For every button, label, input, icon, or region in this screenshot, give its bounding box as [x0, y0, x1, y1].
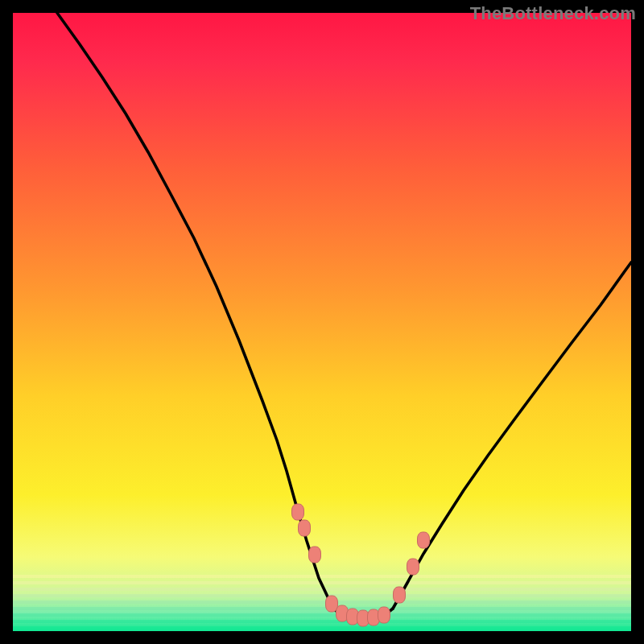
svg-rect-7 [13, 620, 631, 623]
bead [326, 596, 338, 612]
svg-rect-3 [13, 594, 631, 597]
bead [378, 607, 390, 623]
svg-rect-4 [13, 601, 631, 604]
svg-rect-0 [13, 575, 631, 578]
image-root: TheBottleneck.com [0, 0, 644, 644]
gradient-canvas [0, 0, 644, 644]
gradient-rect [13, 13, 631, 631]
bead [299, 520, 311, 536]
bead [407, 559, 419, 575]
bead [418, 532, 430, 548]
bead [292, 504, 304, 520]
svg-rect-5 [13, 607, 631, 610]
svg-rect-8 [13, 626, 631, 631]
svg-rect-6 [13, 613, 631, 617]
bead [309, 547, 321, 563]
bead [394, 587, 406, 603]
